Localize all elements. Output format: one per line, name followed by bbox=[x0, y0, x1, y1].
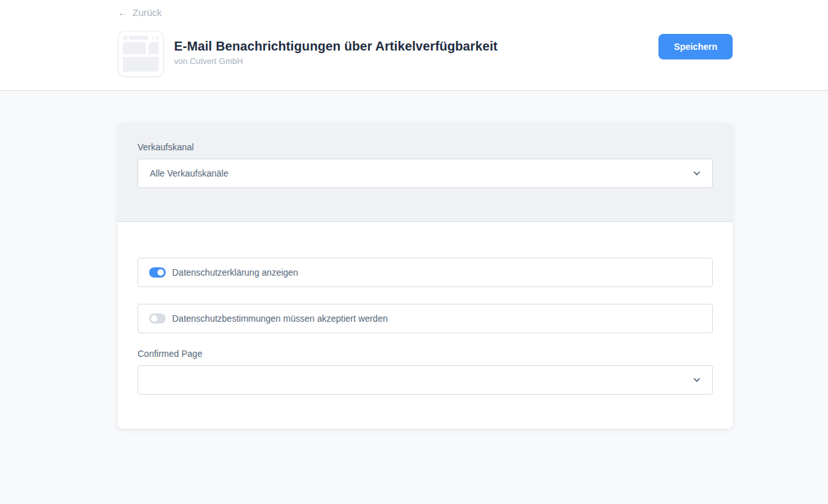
app-vendor: von Cutvert GmbH bbox=[174, 56, 498, 66]
sales-channel-label: Verkaufskanal bbox=[138, 142, 713, 152]
confirmed-page-label: Confirmed Page bbox=[138, 349, 713, 359]
toggle-label: Datenschutzerklärung anzeigen bbox=[172, 267, 298, 278]
sales-channel-section: Verkaufskanal Alle Verkaufskanäle bbox=[118, 123, 733, 222]
page-title: E-Mail Benachrichtigungen über Artikelve… bbox=[174, 38, 498, 54]
save-button[interactable]: Speichern bbox=[658, 34, 733, 59]
config-card: Verkaufskanal Alle Verkaufskanäle Datens… bbox=[118, 123, 733, 429]
toggle-row-privacy-accept[interactable]: Datenschutzbestimmungen müssen akzeptier… bbox=[138, 304, 713, 333]
back-link-label: Zurück bbox=[132, 8, 162, 18]
back-arrow-icon: ← bbox=[118, 8, 127, 18]
confirmed-page-select[interactable] bbox=[138, 365, 713, 395]
chevron-down-icon bbox=[693, 169, 701, 177]
sales-channel-select[interactable]: Alle Verkaufskanäle bbox=[138, 159, 713, 188]
chevron-down-icon bbox=[693, 376, 701, 384]
toggle-label: Datenschutzbestimmungen müssen akzeptier… bbox=[172, 313, 388, 324]
settings-section: Datenschutzerklärung anzeigen Datenschut… bbox=[118, 222, 733, 429]
page-header: ← Zurück E-Mail Benachrichtigungen über … bbox=[0, 0, 828, 91]
main-content: Verkaufskanal Alle Verkaufskanäle Datens… bbox=[0, 91, 828, 429]
app-icon bbox=[118, 31, 164, 77]
toggle-switch-on[interactable] bbox=[149, 267, 166, 278]
toggle-switch-off[interactable] bbox=[149, 313, 166, 324]
sales-channel-value: Alle Verkaufskanäle bbox=[150, 168, 693, 178]
back-link[interactable]: ← Zurück bbox=[118, 8, 162, 18]
toggle-row-privacy-show[interactable]: Datenschutzerklärung anzeigen bbox=[138, 258, 713, 287]
